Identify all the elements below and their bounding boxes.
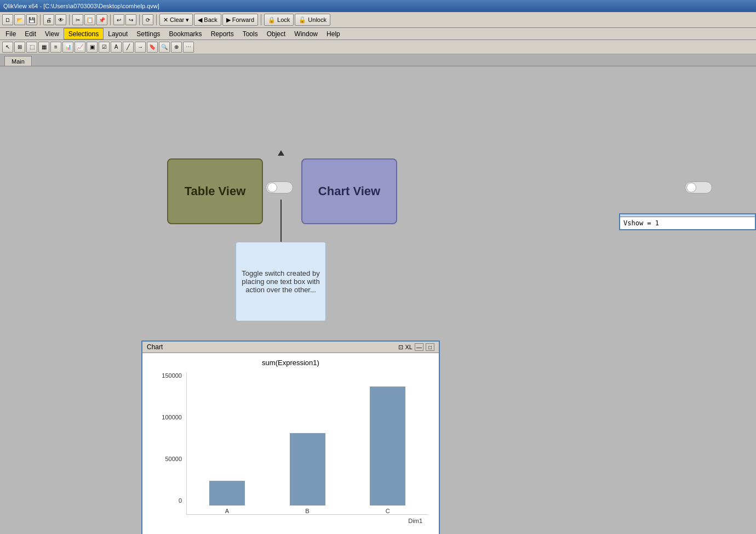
chart-maximize-btn[interactable]: □ [426, 343, 434, 351]
dropdown-icon: ▾ [186, 16, 189, 24]
bar-a [209, 481, 245, 505]
toggle-thumb-tr [686, 183, 696, 192]
menu-layout[interactable]: Layout [104, 28, 132, 39]
filter-btn[interactable]: 🔍 [159, 42, 170, 53]
chart-expression-title: sum(Expression1) [153, 359, 428, 367]
arrow-btn[interactable]: → [135, 42, 146, 53]
y-label-50000: 50000 [165, 456, 182, 462]
menu-bookmarks[interactable]: Bookmarks [165, 28, 207, 39]
select3-btn[interactable]: ⬚ [26, 42, 37, 53]
clear-button[interactable]: ✕ Clear ▾ [159, 14, 193, 26]
arrow-line [280, 200, 282, 243]
bar-c [370, 387, 405, 506]
chart-body: sum(Expression1) 150000 100000 50000 0 A [142, 353, 439, 534]
save-btn[interactable]: 💾 [26, 14, 37, 25]
chart-btn[interactable]: 📈 [75, 42, 85, 53]
toggle-thumb [267, 183, 277, 192]
menu-tools[interactable]: Tools [238, 28, 262, 39]
menu-settings[interactable]: Settings [132, 28, 164, 39]
text-btn[interactable]: A [111, 42, 122, 53]
bookmark-btn[interactable]: 🔖 [147, 42, 158, 53]
bar-group-a: A [187, 372, 267, 514]
table-btn[interactable]: ▦ [38, 42, 49, 53]
menu-window[interactable]: Window [290, 28, 322, 39]
forward-icon: ▶ [226, 16, 231, 24]
chart-panel: Chart ⊡ XL — □ sum(Expression1) 150000 1… [141, 340, 440, 534]
menu-file[interactable]: File [1, 28, 20, 39]
sep5 [156, 14, 157, 25]
cut-btn[interactable]: ✂ [72, 14, 83, 25]
vshow-box[interactable]: Vshow = 1 [619, 213, 756, 230]
chart-view-box[interactable]: Chart View [301, 158, 397, 224]
lock-icon: 🔒 [268, 16, 276, 24]
chart-panel-title: Chart [147, 343, 163, 351]
unlock-button[interactable]: 🔓 Unlock [295, 14, 330, 26]
menu-bar: File Edit View Selections Layout Setting… [0, 28, 756, 40]
sep4 [139, 14, 140, 25]
clear-icon: ✕ [163, 16, 168, 24]
y-label-0: 0 [179, 497, 182, 504]
unlock-icon: 🔓 [299, 16, 306, 24]
stats-btn[interactable]: 📊 [62, 42, 73, 53]
redo-btn[interactable]: ↪ [125, 14, 136, 25]
toggle-tooltip-box: Toggle switch created by placing one tex… [236, 242, 326, 321]
title-text: QlikView x64 - [C:\Users\a0703003\Deskto… [3, 3, 159, 9]
arrow-container [278, 194, 284, 243]
chart-title-bar: Chart ⊡ XL — □ [142, 342, 439, 353]
toolbar-row-1: 🗋 📂 💾 🖨 👁 ✂ 📋 📌 ↩ ↪ ⟳ ✕ Clear ▾ ◀ Back ▶… [0, 12, 756, 27]
y-label-150000: 150000 [162, 372, 182, 379]
toolbar-row-2: ↖ ⊞ ⬚ ▦ ≡ 📊 📈 ▣ ☑ A ╱ → 🔖 🔍 ⊕ ⋯ [0, 40, 756, 54]
line-btn[interactable]: ╱ [123, 42, 134, 53]
sep2 [69, 14, 70, 25]
menu-object[interactable]: Object [262, 28, 290, 39]
lock-button[interactable]: 🔒 Lock [264, 14, 294, 26]
tab-main[interactable]: Main [4, 56, 32, 66]
list-btn[interactable]: ≡ [50, 42, 61, 53]
menu-edit[interactable]: Edit [20, 28, 41, 39]
title-bar: QlikView x64 - [C:\Users\a0703003\Deskto… [0, 0, 756, 12]
menu-selections[interactable]: Selections [64, 28, 104, 39]
select-btn[interactable]: ↖ [2, 42, 13, 53]
paste-btn[interactable]: 📌 [96, 14, 107, 25]
vshow-content: Vshow = 1 [620, 217, 755, 229]
sep3 [110, 14, 111, 25]
open-btn[interactable]: 📂 [14, 14, 25, 25]
y-label-100000: 100000 [162, 414, 182, 421]
zoom-btn[interactable]: ⊕ [171, 42, 182, 53]
bar-group-c: C [347, 372, 428, 514]
tab-bar: Main [0, 54, 756, 66]
back-icon: ◀ [198, 16, 202, 24]
check-btn[interactable]: ☑ [99, 42, 110, 53]
chart-restore-icon: ⊡ [398, 344, 403, 351]
bar-label-b: B [305, 508, 309, 514]
reload-btn[interactable]: ⟳ [142, 14, 153, 25]
menu-help[interactable]: Help [322, 28, 345, 39]
chart-minimize-btn[interactable]: — [415, 343, 423, 351]
forward-button[interactable]: ▶ Forward [222, 14, 258, 26]
select2-btn[interactable]: ⊞ [14, 42, 25, 53]
print-btn[interactable]: 🖨 [43, 14, 54, 25]
copy-btn[interactable]: 📋 [84, 14, 95, 25]
preview-btn[interactable]: 👁 [55, 14, 66, 25]
arrow-head [278, 150, 284, 156]
bar-label-a: A [225, 508, 229, 514]
chart-xl-label[interactable]: XL [405, 344, 413, 350]
menu-view[interactable]: View [41, 28, 64, 39]
sep1 [40, 14, 41, 25]
input-btn[interactable]: ▣ [87, 42, 98, 53]
table-view-box[interactable]: Table View [167, 158, 263, 224]
more-btn[interactable]: ⋯ [183, 42, 194, 53]
main-canvas: Table View Chart View Toggle switch crea… [0, 66, 756, 534]
chart-bars-area: A B C [186, 372, 428, 515]
bar-b [290, 433, 325, 505]
back-button[interactable]: ◀ Back [194, 14, 221, 26]
chart-controls: ⊡ XL — □ [398, 343, 434, 351]
new-btn[interactable]: 🗋 [2, 14, 13, 25]
undo-btn[interactable]: ↩ [113, 14, 124, 25]
toggle-switch-main[interactable] [266, 181, 293, 194]
bar-label-c: C [386, 508, 390, 514]
bar-group-b: B [267, 372, 348, 514]
x-axis-title: Dim1 [153, 518, 428, 524]
menu-reports[interactable]: Reports [207, 28, 238, 39]
toggle-switch-tr[interactable] [685, 181, 712, 194]
